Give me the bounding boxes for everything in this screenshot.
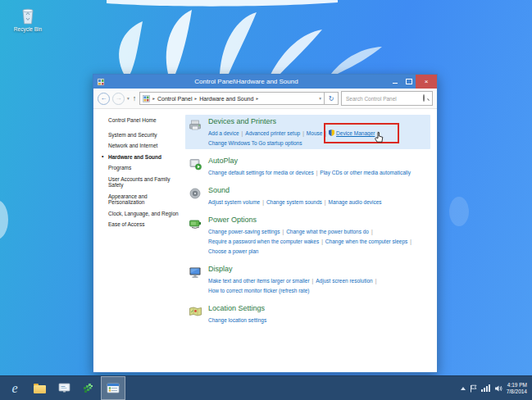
link-row: Change Windows To Go startup options <box>208 137 381 147</box>
sidebar-item-user-accounts[interactable]: User Accounts and Family Safety <box>102 176 182 189</box>
titlebar[interactable]: Control Panel\Hardware and Sound × <box>93 75 437 89</box>
link-add-a-device[interactable]: Add a device <box>208 130 239 136</box>
link-wake-password[interactable]: Require a password when the computer wak… <box>208 239 319 244</box>
crumb-separator-icon: ▸ <box>194 96 197 101</box>
breadcrumb[interactable]: ▸ Control Panel ▸ Hardware and Sound ▸ ▾ <box>139 92 325 105</box>
link-device-manager[interactable]: Device Manager <box>336 130 375 136</box>
link-row: Change power-saving settings|Change what… <box>208 225 414 235</box>
link-autoplay-defaults[interactable]: Change default settings for media or dev… <box>208 170 314 175</box>
taskbar: e <box>0 375 532 400</box>
link-power-buttons[interactable]: Change what the power buttons do <box>286 229 369 234</box>
search-icon <box>423 95 430 102</box>
section-power-options: Power Options Change power-saving settin… <box>185 213 430 257</box>
link-text-size[interactable]: Make text and other items larger or smal… <box>208 278 310 284</box>
link-row: Change location settings <box>208 314 266 324</box>
section-title[interactable]: Devices and Printers <box>208 117 381 125</box>
control-panel-window: Control Panel\Hardware and Sound × ← → ▾… <box>93 74 438 373</box>
control-panel-icon <box>143 95 150 102</box>
link-row: Make text and other items larger or smal… <box>208 275 379 284</box>
link-windows-to-go[interactable]: Change Windows To Go startup options <box>208 140 302 146</box>
section-location-settings: Location Settings Change location settin… <box>185 302 430 326</box>
minimize-button[interactable] <box>388 75 402 89</box>
sidebar-item-appearance[interactable]: Appearance and Personalization <box>102 193 182 206</box>
section-autoplay: AutoPlay Change default settings for med… <box>185 154 430 179</box>
search-box[interactable] <box>341 91 433 106</box>
search-input[interactable] <box>344 95 423 102</box>
section-title[interactable]: Location Settings <box>208 304 266 312</box>
link-row: Add a device|Advanced printer setup|Mous… <box>208 127 381 137</box>
address-field: ▸ Control Panel ▸ Hardware and Sound ▸ ▾… <box>139 92 339 105</box>
sidebar-item-ease-of-access[interactable]: Ease of Access <box>102 221 182 228</box>
back-button[interactable]: ← <box>98 93 110 105</box>
crumb-separator-icon: ▸ <box>152 96 155 101</box>
section-display: Display Make text and other items larger… <box>185 262 430 297</box>
section-title[interactable]: Power Options <box>208 216 414 224</box>
window-title: Control Panel\Hardware and Sound <box>105 78 388 85</box>
uac-shield-icon <box>329 130 334 136</box>
control-panel-taskbar-icon[interactable] <box>101 376 125 400</box>
green-app-icon[interactable] <box>76 376 101 400</box>
sidebar: Control Panel Home System and Security N… <box>93 109 184 372</box>
link-row: Choose a power plan <box>208 245 414 255</box>
window-icon <box>97 78 105 86</box>
section-title[interactable]: Sound <box>208 186 382 194</box>
link-row: Require a password when the computer wak… <box>208 235 414 245</box>
forward-button[interactable]: → <box>112 93 125 105</box>
link-adjust-volume[interactable]: Adjust system volume <box>208 199 260 205</box>
tray-date: 7/8/2014 <box>507 389 527 395</box>
sidebar-item-system-and-security[interactable]: System and Security <box>102 132 182 139</box>
link-screen-resolution[interactable]: Adjust screen resolution <box>316 278 372 284</box>
remote-desktop-icon[interactable] <box>52 376 76 400</box>
link-row: How to correct monitor flicker (refresh … <box>208 284 379 294</box>
link-computer-sleeps[interactable]: Change when the computer sleeps <box>325 239 407 244</box>
section-title[interactable]: Display <box>208 265 379 273</box>
section-devices-and-printers: Devices and Printers Add a device|Advanc… <box>185 115 430 149</box>
refresh-button[interactable]: ↻ <box>325 92 339 105</box>
link-advanced-printer-setup[interactable]: Advanced printer setup <box>245 130 300 136</box>
section-title[interactable]: AutoPlay <box>208 157 411 165</box>
tray-time: 4:19 PM <box>507 382 527 389</box>
location-settings-icon <box>189 304 203 324</box>
show-hidden-icons-icon[interactable] <box>461 387 466 390</box>
recycle-bin-icon <box>20 7 36 25</box>
maximize-button[interactable] <box>402 75 416 89</box>
recycle-bin-label: Recycle Bin <box>10 26 46 32</box>
link-mouse[interactable]: Mouse <box>307 130 323 136</box>
section-sound: Sound Adjust system volume|Change system… <box>185 184 430 208</box>
sidebar-item-network-and-internet[interactable]: Network and Internet <box>102 143 182 149</box>
desktop: Recycle Bin Control Panel\Hardware and S… <box>0 0 532 400</box>
breadcrumb-control-panel[interactable]: Control Panel <box>157 96 192 102</box>
link-system-sounds[interactable]: Change system sounds <box>266 199 322 205</box>
link-power-saving[interactable]: Change power-saving settings <box>208 229 280 234</box>
address-bar: ← → ▾ ↑ ▸ Control Panel ▸ Hardware and S… <box>93 89 437 109</box>
devices-and-printers-icon <box>189 117 203 147</box>
active-bullet-icon: • <box>102 153 103 160</box>
file-explorer-icon[interactable] <box>27 376 52 400</box>
system-tray: 4:19 PM 7/8/2014 <box>461 376 532 400</box>
link-play-cds[interactable]: Play CDs or other media automatically <box>320 170 411 175</box>
address-dropdown-icon[interactable]: ▾ <box>319 96 321 101</box>
action-center-flag-icon[interactable] <box>470 384 477 393</box>
sound-icon <box>189 186 203 206</box>
display-icon <box>189 265 203 294</box>
clock[interactable]: 4:19 PM 7/8/2014 <box>507 382 527 395</box>
recent-pages-dropdown-icon[interactable]: ▾ <box>127 96 130 101</box>
sidebar-item-control-panel-home[interactable]: Control Panel Home <box>102 117 182 124</box>
link-row: Change default settings for media or dev… <box>208 166 411 176</box>
close-button[interactable]: × <box>416 75 437 89</box>
sidebar-item-hardware-and-sound[interactable]: •Hardware and Sound <box>102 154 182 161</box>
sidebar-item-programs[interactable]: Programs <box>102 165 182 171</box>
sidebar-item-clock-language-region[interactable]: Clock, Language, and Region <box>102 211 182 217</box>
volume-icon[interactable] <box>494 384 502 393</box>
crumb-separator-icon: ▸ <box>256 96 258 101</box>
link-monitor-flicker[interactable]: How to correct monitor flicker (refresh … <box>208 288 310 293</box>
up-button[interactable]: ↑ <box>133 95 137 102</box>
network-icon[interactable] <box>481 384 490 392</box>
breadcrumb-hardware-and-sound[interactable]: Hardware and Sound <box>199 96 253 102</box>
internet-explorer-icon[interactable]: e <box>2 376 27 400</box>
recycle-bin[interactable]: Recycle Bin <box>10 7 46 32</box>
link-location-settings[interactable]: Change location settings <box>208 317 266 323</box>
link-row: Adjust system volume|Change system sound… <box>208 196 382 206</box>
link-power-plan[interactable]: Choose a power plan <box>208 248 258 254</box>
link-audio-devices[interactable]: Manage audio devices <box>329 199 382 205</box>
